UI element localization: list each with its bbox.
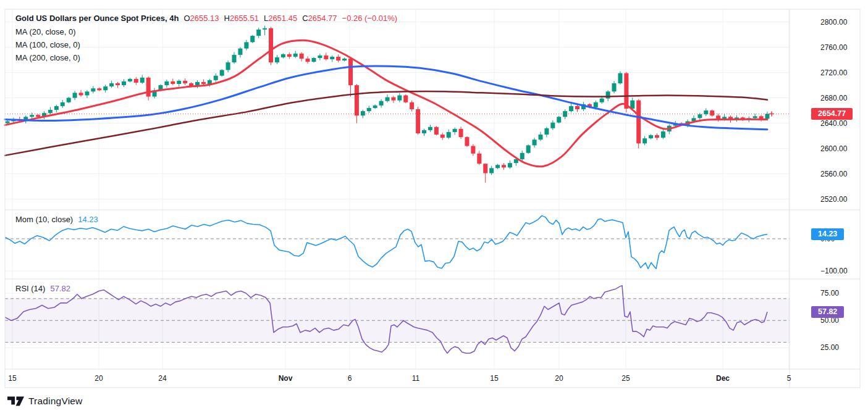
candle (134, 77, 138, 85)
price-axis-label: 2600.00 (820, 144, 847, 153)
candle (73, 91, 77, 100)
candle (636, 99, 641, 149)
candle (655, 133, 659, 140)
candles (6, 26, 770, 183)
candle (422, 129, 426, 136)
time-axis-label: 15 (8, 374, 16, 383)
candle (269, 27, 273, 65)
candle (183, 78, 187, 85)
indicator-legend-rsi[interactable]: RSI (14) 57.82 (15, 284, 70, 293)
candle (256, 28, 261, 38)
candle (244, 40, 248, 51)
candle (226, 60, 230, 72)
tradingview-logo-text: TradingView (28, 396, 83, 407)
candle (171, 78, 175, 85)
momentum-value-badge: 14.23 (811, 228, 844, 240)
candle (759, 115, 764, 122)
candle (447, 130, 451, 139)
candle (146, 77, 151, 101)
candle (67, 97, 71, 103)
candle (397, 93, 402, 102)
rsi-value-badge: 57.82 (811, 306, 844, 318)
candle (287, 52, 292, 59)
time-axis-label: 11 (412, 374, 419, 383)
tradingview-logo-icon (7, 396, 24, 407)
candle (250, 35, 255, 43)
candle (428, 125, 432, 132)
candle (324, 52, 328, 60)
candle (238, 47, 242, 57)
candle (575, 105, 579, 112)
candle (550, 120, 555, 130)
candle (275, 55, 279, 64)
candle (336, 54, 340, 62)
change-value: −0.26 (−0.01%) (342, 14, 398, 23)
ma-20-line (5, 40, 767, 167)
rsi-band (5, 299, 790, 343)
current-price-badge: 2654.77 (811, 108, 853, 120)
time-axis-label: 6 (348, 374, 352, 383)
candle (293, 51, 298, 58)
price-axis-label: 2800.00 (820, 18, 847, 27)
candle (563, 109, 567, 119)
rsi-label: RSI (14) (15, 284, 45, 293)
candle (116, 82, 120, 88)
candle (330, 56, 334, 62)
ma20-label: MA (20, close, 0) (15, 27, 76, 36)
current-price-line (5, 111, 790, 116)
candle (618, 71, 622, 85)
candle (643, 136, 647, 145)
close-value: 2654.77 (308, 14, 337, 23)
candle (410, 101, 414, 112)
candle (300, 52, 304, 62)
candle (30, 113, 34, 119)
indicator-legend-momentum[interactable]: Mom (10, close) 14.23 (15, 215, 98, 224)
candle (612, 81, 617, 93)
candle (201, 80, 206, 86)
candle (483, 164, 487, 183)
candle (649, 135, 653, 139)
candle (177, 80, 181, 87)
tradingview-chart-widget: 2800.002760.002720.002680.002640.002600.… (0, 0, 868, 416)
candle (109, 81, 114, 88)
candle (704, 108, 708, 116)
price-axis-label: 2560.00 (820, 170, 847, 178)
price-axis-label: 2680.00 (820, 94, 847, 102)
tradingview-logo[interactable]: TradingView (7, 396, 83, 407)
chart-canvas[interactable] (0, 0, 868, 416)
symbol-title: Gold US Dollars per Ounce Spot Prices, 4… (15, 14, 179, 23)
candle (508, 160, 512, 169)
candle (220, 69, 224, 77)
candle (502, 163, 506, 170)
indicator-legend-ma100[interactable]: MA (100, close, 0) (15, 40, 80, 49)
close-key: C (302, 14, 308, 23)
time-axis-label: 25 (622, 374, 630, 383)
candle (710, 110, 714, 117)
candle (232, 52, 237, 64)
candle (386, 94, 390, 102)
candle (544, 127, 549, 138)
candle (318, 54, 322, 60)
symbol-legend-row[interactable]: Gold US Dollars per Ounce Spot Prices, 4… (15, 14, 397, 23)
candle (526, 144, 531, 154)
candle (379, 99, 384, 108)
ma100-label: MA (100, close, 0) (15, 40, 80, 49)
candle (569, 103, 573, 112)
candle (214, 73, 218, 82)
rsi-axis-label: 25.00 (820, 343, 839, 352)
momentum-label: Mom (10, close) (15, 215, 73, 224)
candle (153, 88, 157, 99)
candle (453, 128, 457, 135)
indicator-legend-ma20[interactable]: MA (20, close, 0) (15, 27, 76, 36)
candle (42, 111, 46, 119)
indicator-legend-ma200[interactable]: MA (200, close, 0) (15, 53, 80, 62)
candle (434, 126, 439, 135)
momentum-value: 14.23 (78, 215, 98, 224)
candle (465, 136, 469, 147)
price-axis-label: 2520.00 (820, 195, 847, 204)
candle (716, 114, 720, 122)
candle (306, 56, 310, 64)
candle (342, 57, 347, 61)
time-axis-label: 5 (787, 374, 791, 383)
time-axis-label: 20 (555, 374, 563, 383)
